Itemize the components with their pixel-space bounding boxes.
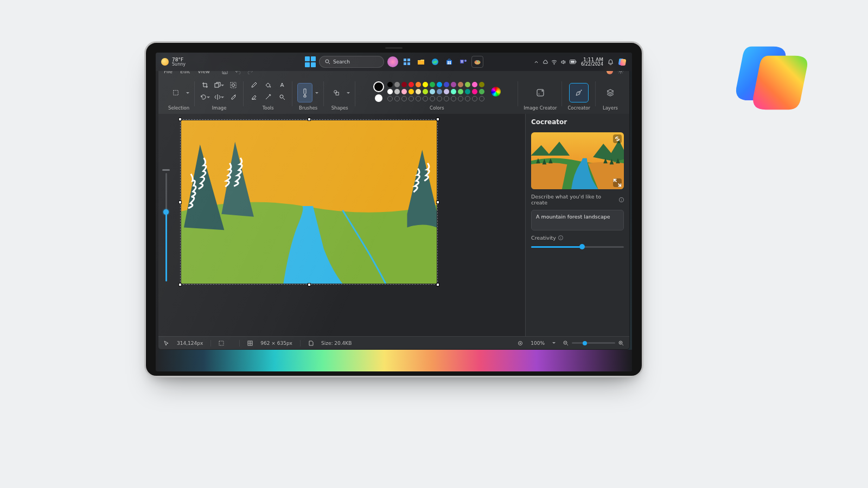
cocreator-preview[interactable]	[531, 132, 624, 189]
color-swatch[interactable]	[444, 82, 449, 87]
wifi-icon[interactable]	[551, 59, 557, 65]
zoom-slider[interactable]	[572, 342, 615, 344]
volume-icon[interactable]	[560, 59, 566, 65]
store-icon[interactable]	[444, 56, 455, 67]
color-swatch[interactable]	[430, 89, 435, 94]
color-swatch[interactable]	[387, 82, 393, 87]
eraser-icon[interactable]	[249, 92, 259, 102]
rotate-icon[interactable]	[200, 92, 210, 102]
color-swatch[interactable]	[409, 82, 414, 87]
color-swatch[interactable]	[472, 89, 477, 94]
empty-swatch[interactable]	[458, 96, 463, 101]
magnifier-icon[interactable]	[277, 92, 287, 102]
canvas[interactable]	[180, 119, 438, 285]
taskbar-search[interactable]: Search	[319, 56, 384, 68]
shapes-dropdown[interactable]	[347, 91, 350, 95]
color-swatch[interactable]	[437, 89, 442, 94]
start-button[interactable]	[305, 56, 316, 67]
color-swatch[interactable]	[451, 89, 456, 94]
color-swatch[interactable]	[479, 89, 484, 94]
flip-icon[interactable]	[214, 92, 224, 102]
color-swatch[interactable]	[394, 82, 400, 87]
color-swatch[interactable]	[465, 82, 470, 87]
remove-bg-icon[interactable]	[228, 80, 238, 90]
clock[interactable]: 1:11 AM 6/22/2024	[581, 57, 603, 67]
taskbar[interactable]: 78°F Sunny Search T	[156, 53, 632, 71]
widgets-icon[interactable]	[401, 56, 412, 67]
zoom-dropdown[interactable]	[552, 341, 556, 345]
eyedropper-icon[interactable]	[263, 92, 273, 102]
color-swatch[interactable]	[472, 82, 477, 87]
color-swatch[interactable]	[401, 89, 407, 94]
tray-chevron-icon[interactable]	[534, 60, 539, 65]
resize-icon[interactable]	[214, 80, 224, 90]
explorer-icon[interactable]	[416, 56, 426, 67]
empty-swatch[interactable]	[409, 96, 414, 101]
teams-icon[interactable]: T	[458, 56, 469, 67]
zoom-in-icon[interactable]	[618, 341, 624, 346]
zoom-out-icon[interactable]	[563, 341, 569, 346]
crop-icon[interactable]	[200, 80, 210, 90]
brush-dropdown[interactable]	[315, 91, 318, 95]
primary-color-swatch[interactable]	[373, 81, 384, 92]
paint-taskbar-icon[interactable]	[472, 56, 483, 67]
color-swatch[interactable]	[451, 82, 456, 87]
notifications-icon[interactable]	[608, 59, 614, 65]
color-swatch[interactable]	[479, 82, 484, 87]
color-swatch[interactable]	[387, 89, 393, 94]
fill-icon[interactable]	[263, 80, 273, 90]
weather-widget[interactable]: 78°F Sunny	[161, 57, 186, 67]
empty-swatch[interactable]	[423, 96, 428, 101]
color-swatch[interactable]	[416, 89, 421, 94]
brush-size-slider[interactable]	[158, 114, 174, 336]
layers-button[interactable]	[601, 84, 620, 102]
info-icon[interactable]: i	[558, 235, 563, 240]
color-swatch[interactable]	[409, 89, 414, 94]
generative-erase-icon[interactable]	[228, 92, 238, 102]
color-swatch[interactable]	[394, 89, 400, 94]
color-swatch[interactable]	[430, 82, 435, 87]
empty-swatch[interactable]	[479, 96, 484, 101]
color-picker-icon[interactable]	[491, 87, 501, 97]
zoom-percent[interactable]: 100%	[531, 341, 545, 346]
prompt-input[interactable]: A mountain forest landscape	[531, 210, 624, 230]
empty-swatch[interactable]	[444, 96, 449, 101]
empty-swatch[interactable]	[451, 96, 456, 101]
empty-swatch[interactable]	[401, 96, 407, 101]
color-swatch[interactable]	[458, 82, 463, 87]
color-swatch[interactable]	[416, 82, 421, 87]
brush-tool[interactable]	[298, 84, 312, 102]
shapes-tool[interactable]	[329, 84, 343, 102]
text-icon[interactable]	[277, 80, 287, 90]
expand-icon[interactable]	[613, 178, 622, 187]
cocreator-button[interactable]	[570, 84, 588, 102]
select-tool[interactable]	[169, 84, 183, 102]
color-swatch[interactable]	[437, 82, 442, 87]
edge-icon[interactable]	[430, 56, 441, 67]
empty-swatch[interactable]	[416, 96, 421, 101]
secondary-color-swatch[interactable]	[375, 94, 382, 102]
select-dropdown[interactable]	[186, 91, 189, 95]
color-swatch[interactable]	[423, 82, 428, 87]
onedrive-icon[interactable]	[542, 59, 548, 65]
empty-swatch[interactable]	[472, 96, 477, 101]
info-icon[interactable]: i	[619, 197, 624, 202]
empty-swatch[interactable]	[437, 96, 442, 101]
image-creator-button[interactable]	[531, 84, 550, 102]
pencil-icon[interactable]	[249, 80, 259, 90]
canvas-area[interactable]	[174, 114, 525, 336]
color-swatch[interactable]	[444, 89, 449, 94]
battery-icon[interactable]	[570, 60, 577, 64]
color-swatch[interactable]	[458, 89, 463, 94]
color-swatch[interactable]	[465, 89, 470, 94]
color-swatch[interactable]	[423, 89, 428, 94]
link-icon[interactable]	[613, 134, 622, 143]
empty-swatch[interactable]	[387, 96, 393, 101]
creativity-slider[interactable]	[531, 243, 624, 251]
empty-swatch[interactable]	[394, 96, 400, 101]
copilot-taskbar-icon[interactable]	[618, 57, 627, 66]
empty-swatch[interactable]	[465, 96, 470, 101]
empty-swatch[interactable]	[430, 96, 435, 101]
color-swatch[interactable]	[401, 82, 407, 87]
fit-icon[interactable]	[518, 341, 523, 346]
